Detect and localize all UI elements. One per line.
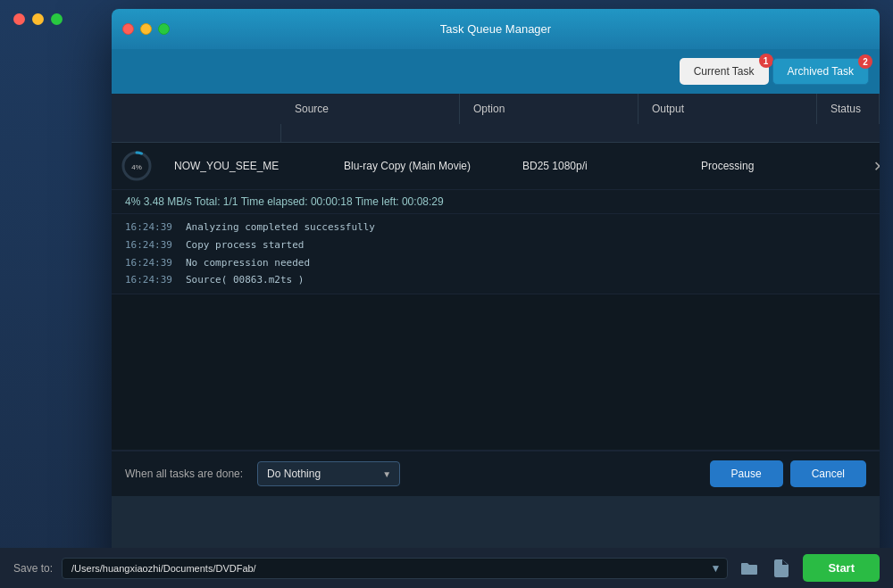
- modal-title: Task Queue Manager: [440, 22, 551, 36]
- progress-circle-cell: 4%: [112, 143, 161, 189]
- file-icon: [774, 559, 789, 577]
- col-header-source: Source: [281, 94, 460, 124]
- when-done-label: When all tasks are done:: [125, 468, 243, 480]
- task-source: NOW_YOU_SEE_ME: [161, 153, 330, 179]
- col-header-option: Option: [460, 94, 638, 124]
- pause-button[interactable]: Pause: [710, 460, 783, 487]
- progress-circle-svg: 4%: [121, 150, 153, 182]
- task-cancel-cell: ✕: [866, 151, 880, 182]
- task-output: BD25 1080p/i: [509, 153, 688, 179]
- log-time-4: 16:24:39: [125, 271, 172, 289]
- log-message-4: Source( 00863.m2ts ): [186, 271, 304, 289]
- browse-file-button[interactable]: [769, 556, 794, 581]
- when-done-select[interactable]: Do Nothing Shut Down Sleep Exit Applicat…: [257, 461, 400, 486]
- tab-archived-task[interactable]: Archived Task 2: [772, 58, 869, 85]
- save-bar: Save to: ▼ Start: [0, 548, 893, 588]
- app-tl-green: [51, 13, 63, 25]
- table-header: Source Option Output Status: [112, 94, 880, 143]
- tab-current-task[interactable]: Current Task 1: [680, 58, 769, 85]
- log-area: 16:24:39 Analyzing completed successfull…: [112, 214, 880, 294]
- log-time-2: 16:24:39: [125, 236, 172, 254]
- log-line-2: 16:24:39 Copy process started: [125, 236, 866, 254]
- log-message-1: Analyzing completed successfully: [186, 219, 375, 236]
- app-tl-yellow: [32, 13, 44, 25]
- log-line-3: 16:24:39 No compression needed: [125, 254, 866, 272]
- when-done-select-wrapper: Do Nothing Shut Down Sleep Exit Applicat…: [257, 461, 400, 486]
- col-header-status: Status: [817, 94, 880, 124]
- task-queue-modal: Task Queue Manager Current Task 1 Archiv…: [112, 9, 880, 576]
- content-empty-area: [112, 294, 880, 451]
- modal-tl-yellow[interactable]: [140, 23, 152, 35]
- tab-bar: Current Task 1 Archived Task 2: [112, 49, 880, 94]
- task-option: Blu-ray Copy (Main Movie): [330, 153, 509, 179]
- save-to-label: Save to:: [13, 562, 53, 575]
- svg-text:4%: 4%: [131, 163, 142, 171]
- log-time-3: 16:24:39: [125, 254, 172, 272]
- modal-traffic-lights: [122, 23, 170, 35]
- modal-tl-red[interactable]: [122, 23, 134, 35]
- action-buttons: Pause Cancel: [710, 460, 866, 487]
- log-time-1: 16:24:39: [125, 219, 172, 236]
- modal-titlebar: Task Queue Manager: [112, 9, 880, 49]
- modal-tl-green[interactable]: [158, 23, 170, 35]
- browse-folder-button[interactable]: [737, 556, 762, 581]
- start-button[interactable]: Start: [803, 554, 880, 582]
- task-status: Processing: [688, 153, 866, 179]
- col-header-output: Output: [638, 94, 817, 124]
- progress-info-bar: 4% 3.48 MB/s Total: 1/1 Time elapsed: 00…: [112, 190, 880, 214]
- table-row: 4% NOW_YOU_SEE_ME Blu-ray Copy (Main Mov…: [112, 143, 880, 190]
- log-line-1: 16:24:39 Analyzing completed successfull…: [125, 219, 866, 236]
- app-tl-red: [13, 13, 25, 25]
- cancel-button[interactable]: Cancel: [790, 460, 866, 487]
- current-task-badge: 1: [759, 54, 773, 68]
- save-path-group: ▼: [62, 558, 728, 579]
- log-message-2: Copy process started: [186, 236, 304, 254]
- bottom-action-bar: When all tasks are done: Do Nothing Shut…: [112, 451, 880, 496]
- when-done-group: When all tasks are done: Do Nothing Shut…: [125, 461, 400, 486]
- save-icons: [737, 556, 794, 581]
- task-cancel-button[interactable]: ✕: [873, 158, 880, 175]
- archived-task-badge: 2: [858, 54, 872, 69]
- log-line-4: 16:24:39 Source( 00863.m2ts ): [125, 271, 866, 289]
- app-traffic-lights: [13, 13, 63, 25]
- col-header-actions: [112, 124, 281, 142]
- save-path-input[interactable]: [62, 558, 728, 579]
- folder-icon: [740, 560, 758, 576]
- log-message-3: No compression needed: [186, 254, 310, 272]
- save-path-dropdown-icon: ▼: [710, 562, 721, 575]
